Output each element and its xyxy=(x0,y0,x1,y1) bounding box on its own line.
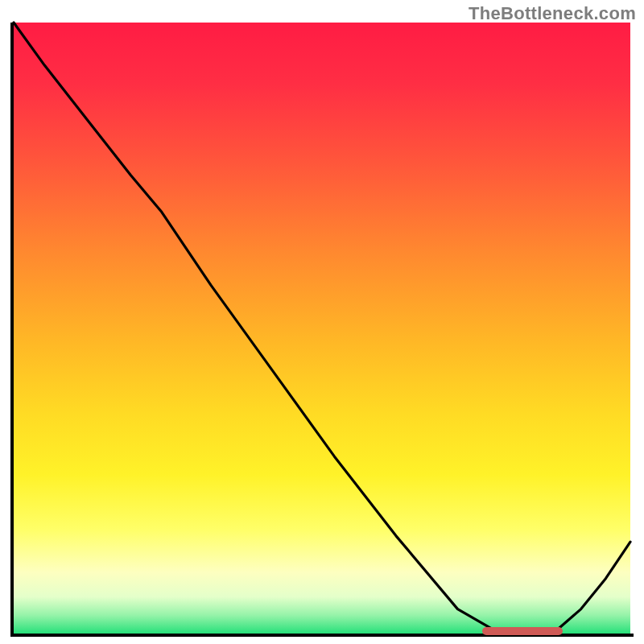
optimal-range-marker xyxy=(482,627,563,635)
watermark-text: TheBottleneck.com xyxy=(469,3,636,24)
chart-frame: TheBottleneck.com xyxy=(0,0,644,644)
bottleneck-curve xyxy=(14,23,630,634)
